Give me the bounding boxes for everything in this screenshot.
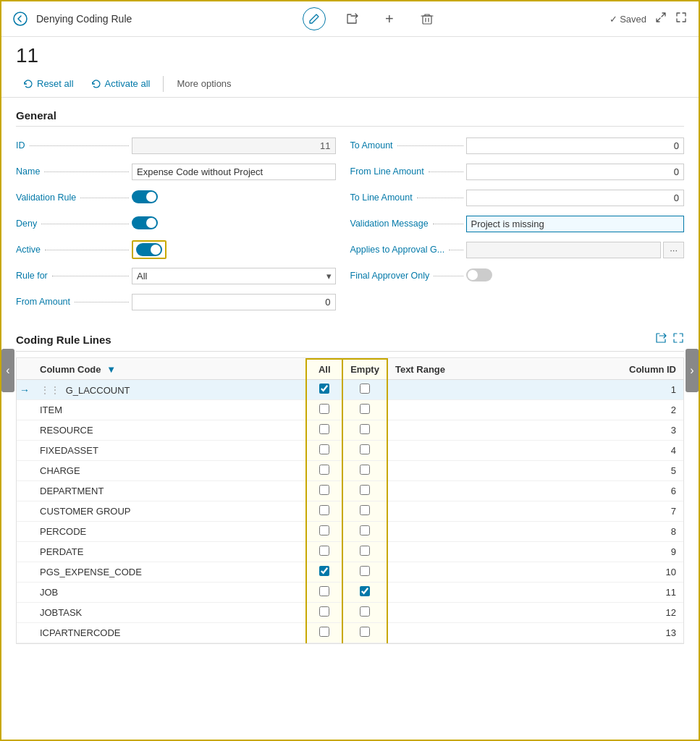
deny-toggle[interactable] (132, 216, 158, 229)
general-right-col: To Amount From Line Amount To Line Amoun… (350, 135, 685, 318)
row-empty-checkbox[interactable] (360, 505, 370, 515)
row-all-checkbox[interactable] (319, 627, 329, 637)
table-row: JOB 11 (17, 583, 683, 603)
activate-all-button[interactable]: Activate all (84, 75, 158, 93)
row-empty-cell (342, 583, 387, 603)
row-text-range-cell (387, 603, 540, 623)
reset-all-button[interactable]: Reset all (16, 75, 81, 93)
row-all-checkbox[interactable] (319, 404, 329, 414)
row-id-cell: 1 (539, 380, 683, 400)
row-empty-checkbox[interactable] (360, 465, 370, 475)
row-all-checkbox[interactable] (319, 546, 329, 556)
share-icon-button[interactable] (340, 7, 363, 30)
more-options-button[interactable]: More options (169, 75, 238, 93)
fullscreen-button[interactable] (675, 12, 687, 26)
to-line-amount-value-container (466, 190, 685, 206)
row-empty-checkbox[interactable] (360, 485, 370, 495)
row-empty-checkbox[interactable] (360, 546, 370, 556)
validation-message-value-container (466, 216, 685, 232)
final-approver-toggle[interactable] (466, 268, 492, 281)
table-row: RESOURCE 3 (17, 420, 683, 441)
validation-message-input[interactable] (466, 216, 685, 232)
row-arrow-cell (17, 522, 33, 542)
row-empty-cell (342, 400, 387, 420)
drag-handle-icon[interactable]: ⋮⋮ (40, 384, 60, 396)
row-all-cell (306, 583, 342, 603)
applies-to-approval-input[interactable] (466, 242, 662, 258)
row-empty-checkbox[interactable] (360, 424, 370, 434)
row-all-checkbox[interactable] (319, 586, 329, 596)
row-all-checkbox[interactable] (319, 606, 329, 617)
validation-rule-toggle-wrap (132, 190, 158, 203)
expand-button[interactable] (655, 12, 667, 26)
from-amount-value-container (132, 294, 336, 310)
lines-expand-button[interactable] (672, 332, 684, 347)
row-all-checkbox[interactable] (319, 566, 329, 576)
validation-rule-value-container (132, 190, 336, 206)
row-all-checkbox[interactable] (319, 444, 329, 454)
row-arrow-cell (17, 501, 33, 522)
row-empty-checkbox[interactable] (360, 606, 370, 617)
row-arrow-cell (17, 603, 33, 623)
row-arrow-cell (17, 623, 33, 643)
name-input[interactable] (132, 164, 336, 180)
back-button[interactable] (13, 12, 28, 26)
row-empty-checkbox[interactable] (360, 566, 370, 576)
row-id-cell: 7 (539, 501, 683, 522)
row-empty-checkbox[interactable] (360, 384, 370, 394)
active-toggle[interactable] (136, 243, 162, 256)
general-form-grid: ID Name Validation Rule (16, 135, 684, 318)
row-all-cell (306, 441, 342, 461)
applies-to-approval-ellipsis-button[interactable]: ··· (663, 242, 684, 258)
row-all-checkbox[interactable] (319, 505, 329, 515)
row-empty-checkbox[interactable] (360, 627, 370, 637)
row-empty-checkbox[interactable] (360, 525, 370, 535)
row-arrow-cell (17, 562, 33, 583)
row-all-checkbox[interactable] (319, 384, 329, 394)
row-column-code-cell: JOBTASK (33, 603, 306, 623)
row-code-value: CHARGE (40, 465, 80, 476)
row-empty-checkbox[interactable] (360, 444, 370, 454)
to-line-amount-input[interactable] (466, 190, 685, 206)
to-amount-input[interactable] (466, 137, 685, 154)
row-id-cell: 4 (539, 441, 683, 461)
th-empty: Empty (342, 359, 387, 380)
row-empty-cell (342, 501, 387, 522)
name-field-row: Name (16, 161, 336, 182)
lines-share-button[interactable] (655, 332, 667, 347)
rule-for-label: Rule for (16, 271, 132, 281)
applies-to-approval-field-with-btn: ··· (466, 242, 685, 258)
edit-icon-button[interactable] (303, 7, 326, 30)
row-all-checkbox[interactable] (319, 424, 329, 434)
delete-icon-button[interactable] (416, 7, 439, 30)
row-all-checkbox[interactable] (319, 525, 329, 535)
from-line-amount-input[interactable] (466, 164, 685, 180)
scroll-right-button[interactable]: › (686, 349, 699, 392)
scroll-left-button[interactable]: ‹ (1, 349, 14, 392)
validation-rule-toggle[interactable] (132, 190, 158, 203)
from-amount-input[interactable] (132, 294, 336, 310)
row-empty-cell (342, 461, 387, 481)
rule-for-select[interactable]: All (132, 268, 336, 284)
row-all-cell (306, 522, 342, 542)
id-input[interactable] (132, 137, 336, 154)
rule-for-field-row: Rule for All (16, 266, 336, 286)
row-arrow-cell (17, 461, 33, 481)
row-text-range-cell (387, 542, 540, 562)
row-empty-cell (342, 522, 387, 542)
add-icon-button[interactable]: + (378, 7, 401, 30)
row-id-cell: 10 (539, 562, 683, 583)
row-arrow-cell: → (17, 380, 33, 400)
column-code-filter-icon[interactable]: ▼ (106, 364, 116, 375)
lines-section-header: Coding Rule Lines (16, 332, 684, 352)
row-all-checkbox[interactable] (319, 485, 329, 495)
deny-value-container (132, 216, 336, 232)
row-all-cell (306, 562, 342, 583)
row-all-checkbox[interactable] (319, 465, 329, 475)
row-empty-checkbox[interactable] (360, 586, 370, 596)
row-all-cell (306, 603, 342, 623)
table-row: CUSTOMER GROUP 7 (17, 501, 683, 522)
table-row: ICPARTNERCODE 13 (17, 623, 683, 643)
row-empty-checkbox[interactable] (360, 404, 370, 414)
row-text-range-cell (387, 522, 540, 542)
